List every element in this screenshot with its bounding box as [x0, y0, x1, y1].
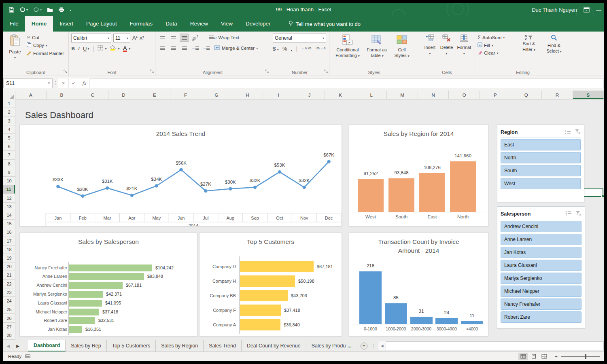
- slicer-item-west[interactable]: West: [501, 178, 581, 189]
- font-color-button[interactable]: A: [123, 45, 127, 52]
- sort-filter-button[interactable]: AZ Sort &Filter ▾: [516, 34, 541, 56]
- ribbon-tab-file[interactable]: File: [3, 16, 25, 32]
- row-header-1[interactable]: 1: [3, 99, 15, 108]
- copy-button[interactable]: Copy▾: [27, 42, 64, 48]
- sheet-tab-sales-trend[interactable]: Sales Trend: [204, 340, 242, 351]
- slicer-item-north[interactable]: North: [501, 152, 581, 163]
- row-header-23[interactable]: 23: [3, 288, 15, 297]
- formula-input[interactable]: [90, 78, 604, 88]
- clear-filter-icon[interactable]: [575, 210, 582, 218]
- column-header-e[interactable]: E: [139, 91, 170, 99]
- tell-me-box[interactable]: Tell me what you want to do: [289, 16, 361, 32]
- dialog-launcher-icon[interactable]: [324, 68, 328, 75]
- ribbon-tab-review[interactable]: Review: [184, 16, 214, 32]
- ribbon-tab-view[interactable]: View: [214, 16, 239, 32]
- minimize-button[interactable]: —: [596, 7, 601, 13]
- zoom-out-button[interactable]: −: [555, 354, 558, 359]
- clear-filter-icon[interactable]: [575, 129, 581, 136]
- column-header-h[interactable]: H: [232, 91, 263, 99]
- row-header-7[interactable]: 7: [3, 151, 15, 159]
- column-header-j[interactable]: J: [294, 91, 325, 99]
- new-sheet-button[interactable]: +: [361, 343, 367, 349]
- column-header-n[interactable]: N: [418, 91, 449, 99]
- column-header-f[interactable]: F: [170, 91, 202, 99]
- row-header-10[interactable]: 10: [3, 177, 15, 185]
- increase-indent-button[interactable]: →: [202, 44, 210, 52]
- row-header-8[interactable]: 8: [3, 160, 15, 168]
- ribbon-tab-data[interactable]: Data: [159, 16, 184, 32]
- column-header-c[interactable]: C: [77, 91, 108, 99]
- scrollbar-thumb[interactable]: [386, 341, 604, 350]
- dialog-launcher-icon[interactable]: [64, 68, 67, 75]
- multi-select-icon[interactable]: [565, 210, 575, 218]
- comma-style-button[interactable]: ,: [291, 46, 292, 52]
- find-select-button[interactable]: Find &Select ▾: [541, 34, 567, 56]
- sheet-tab-options-icon[interactable]: ⋮: [371, 343, 376, 349]
- next-sheet-button[interactable]: ▶: [13, 340, 23, 351]
- column-header-q[interactable]: Q: [511, 91, 542, 99]
- bold-button[interactable]: B: [71, 45, 75, 52]
- row-header-20[interactable]: 20: [3, 262, 15, 271]
- cut-button[interactable]: ✂Cut: [27, 35, 64, 40]
- name-box[interactable]: S11▾: [3, 78, 53, 88]
- page-break-view-button[interactable]: [539, 353, 549, 360]
- sheet-tab-sales-by-rep[interactable]: Sales by Rep: [66, 340, 106, 351]
- chart-transaction-count[interactable]: Transaction Count by InvoiceAmount - 201…: [349, 233, 488, 336]
- autosum-button[interactable]: ΣAutoSum▾: [478, 34, 516, 40]
- row-header-4[interactable]: 4: [3, 125, 15, 134]
- cell-styles-button[interactable]: CellStyles ▾: [390, 34, 414, 59]
- fill-color-button[interactable]: [110, 45, 116, 52]
- row-header-27[interactable]: 27: [3, 323, 15, 331]
- row-header-26[interactable]: 26: [3, 314, 15, 322]
- row-header-11[interactable]: 11: [3, 185, 15, 194]
- format-cells-button[interactable]: Format▾: [455, 34, 473, 57]
- chart-2014-sales-trend[interactable]: 2014 Sales Trend JanFebMarAprMayJunJulAu…: [19, 125, 342, 226]
- font-size-select[interactable]: 11▾: [113, 34, 130, 42]
- currency-button[interactable]: $ ▾: [273, 46, 279, 52]
- slicer-item-laura-giussani[interactable]: Laura Giussani: [501, 260, 582, 271]
- chart-top-5-customers[interactable]: Top 5 CustomersCompany D$67,181Company H…: [199, 233, 342, 336]
- slicer-item-robert-zare[interactable]: Robert Zare: [501, 311, 582, 323]
- slicer-region[interactable]: RegionEastNorthSouthWest: [497, 125, 584, 202]
- row-header-9[interactable]: 9: [3, 168, 15, 177]
- slicer-item-michael-neipper[interactable]: Michael Neipper: [501, 286, 582, 297]
- column-header-l[interactable]: L: [356, 91, 387, 99]
- top-align-button[interactable]: [158, 34, 167, 42]
- row-header-25[interactable]: 25: [3, 305, 15, 314]
- zoom-slider-handle[interactable]: [585, 354, 586, 359]
- enter-icon[interactable]: ✓: [69, 78, 79, 88]
- row-header-13[interactable]: 13: [3, 203, 15, 211]
- column-header-s[interactable]: S: [573, 91, 604, 99]
- increase-decimal-button[interactable]: ←.0 .00: [301, 47, 312, 50]
- multi-select-icon[interactable]: [565, 129, 575, 136]
- row-header-28[interactable]: 28: [3, 331, 15, 340]
- scroll-left-icon[interactable]: ◀: [378, 344, 386, 348]
- column-header-p[interactable]: P: [480, 91, 511, 99]
- row-header-24[interactable]: 24: [3, 297, 15, 305]
- borders-button[interactable]: [98, 45, 103, 52]
- page-layout-view-button[interactable]: [529, 353, 539, 360]
- ribbon-tab-formulas[interactable]: Formulas: [123, 16, 159, 32]
- slicer-item-andrew-cencini[interactable]: Andrew Cencini: [501, 221, 582, 232]
- row-header-16[interactable]: 16: [3, 228, 15, 237]
- italic-button[interactable]: I: [78, 45, 80, 52]
- row-header-2[interactable]: 2: [3, 108, 15, 116]
- decrease-indent-button[interactable]: ←: [191, 44, 200, 52]
- bottom-align-button[interactable]: [180, 34, 189, 42]
- row-header-22[interactable]: 22: [3, 280, 15, 288]
- horizontal-scrollbar[interactable]: ◀: [378, 341, 604, 350]
- align-right-button[interactable]: [180, 44, 189, 52]
- ribbon-tab-developer[interactable]: Developer: [239, 16, 277, 32]
- conditional-formatting-button[interactable]: ≠ ConditionalFormatting ▾: [332, 34, 363, 59]
- align-left-button[interactable]: [158, 44, 167, 52]
- number-format-select[interactable]: General▾: [273, 34, 326, 42]
- row-header-17[interactable]: 17: [3, 237, 15, 245]
- dialog-launcher-icon[interactable]: [150, 68, 154, 75]
- sheet-tab-dashboard[interactable]: Dashboard: [28, 340, 66, 351]
- insert-function-icon[interactable]: fx: [79, 78, 90, 88]
- slicer-item-jan-kotas[interactable]: Jan Kotas: [501, 247, 582, 258]
- font-family-select[interactable]: Calibri▾: [71, 34, 111, 42]
- row-header-14[interactable]: 14: [3, 211, 15, 220]
- clear-button[interactable]: Clear▾: [478, 50, 516, 56]
- chart-sales-by-region[interactable]: Sales by Region for 201491,252West93,848…: [349, 125, 488, 226]
